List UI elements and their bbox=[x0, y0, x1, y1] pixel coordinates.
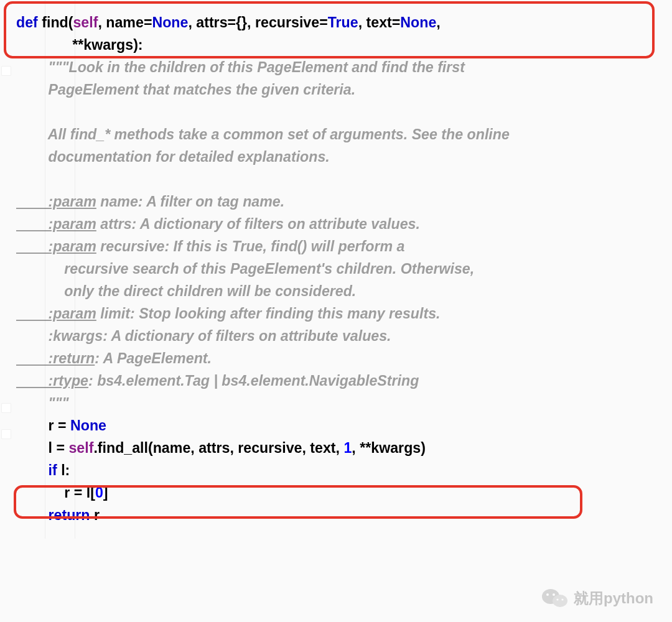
if-line: if l: bbox=[16, 459, 666, 481]
docstring-line: documentation for detailed explanations. bbox=[16, 146, 666, 168]
watermark: 就用python bbox=[541, 587, 653, 610]
signature-line-2: **kwargs): bbox=[16, 34, 666, 56]
docstring-param: :param name: A filter on tag name. bbox=[16, 190, 666, 213]
blank-line bbox=[16, 168, 666, 190]
watermark-text: 就用python bbox=[574, 588, 653, 608]
svg-point-4 bbox=[556, 598, 558, 600]
docstring-param: :param recursive: If this is True, find(… bbox=[16, 235, 666, 258]
docstring-line: """Look in the children of this PageElem… bbox=[16, 56, 666, 78]
svg-point-3 bbox=[553, 593, 555, 596]
signature-line-1: def find(self, name=None, attrs={}, recu… bbox=[16, 11, 666, 34]
svg-point-5 bbox=[561, 598, 563, 600]
docstring-line: PageElement that matches the given crite… bbox=[16, 78, 666, 101]
assign-r-index: r = l[0] bbox=[16, 481, 666, 504]
wechat-icon bbox=[541, 587, 569, 610]
docstring-return: :return: A PageElement. bbox=[16, 347, 666, 369]
svg-point-1 bbox=[553, 595, 567, 607]
docstring-param: :param attrs: A dictionary of filters on… bbox=[16, 213, 666, 235]
assign-r-none: r = None bbox=[16, 414, 666, 437]
docstring-end: """ bbox=[16, 392, 666, 414]
code-block: def find(self, name=None, attrs={}, recu… bbox=[0, 0, 672, 539]
docstring-param: :kwargs: A dictionary of filters on attr… bbox=[16, 325, 666, 347]
return-line: return r bbox=[16, 504, 666, 526]
docstring-param-cont: recursive search of this PageElement's c… bbox=[16, 258, 666, 280]
svg-point-2 bbox=[546, 593, 549, 596]
docstring-rtype: :rtype: bs4.element.Tag | bs4.element.Na… bbox=[16, 369, 666, 392]
blank-line bbox=[16, 101, 666, 123]
assign-l-findall: l = self.find_all(name, attrs, recursive… bbox=[16, 437, 666, 459]
docstring-param-cont: only the direct children will be conside… bbox=[16, 280, 666, 302]
docstring-param: :param limit: Stop looking after finding… bbox=[16, 302, 666, 325]
docstring-line: All find_* methods take a common set of … bbox=[16, 123, 666, 146]
